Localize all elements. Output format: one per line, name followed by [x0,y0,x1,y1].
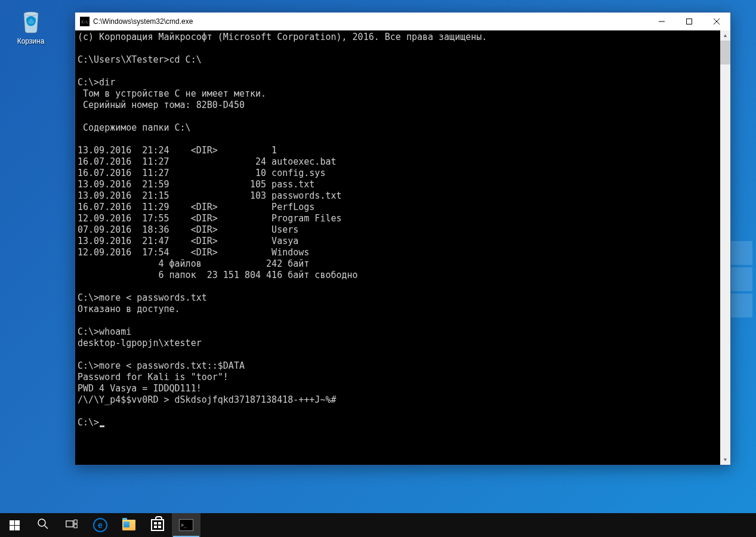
svg-line-7 [45,526,48,529]
vertical-scrollbar[interactable]: ▲ ▼ [720,30,730,465]
svg-rect-8 [66,521,73,527]
taskbar: e [0,513,756,537]
scroll-thumb[interactable] [720,41,730,64]
file-explorer-icon [122,520,135,530]
svg-rect-10 [74,524,77,528]
svg-point-0 [24,12,38,16]
scroll-up-arrow[interactable]: ▲ [720,30,730,41]
start-button[interactable] [0,513,29,537]
cmd-terminal-output[interactable]: (с) Корпорация Майкрософт (Microsoft Cor… [75,30,720,465]
edge-icon: e [93,518,107,532]
search-button[interactable] [29,513,57,537]
cmd-taskbar-button[interactable] [172,513,200,537]
window-title-bar[interactable]: C:\Windows\system32\cmd.exe [75,13,730,30]
search-icon [37,518,49,532]
svg-point-6 [38,519,45,526]
task-view-icon [66,518,78,532]
scroll-down-arrow[interactable]: ▼ [720,455,730,465]
cmd-body: (с) Корпорация Майкрософт (Microsoft Cor… [75,30,730,465]
microsoft-store-button[interactable] [143,513,172,537]
file-explorer-button[interactable] [115,513,143,537]
recycle-bin-label: Корзина [8,37,53,45]
store-icon [151,519,164,531]
cmd-icon [179,519,193,531]
close-button[interactable] [703,13,730,30]
recycle-bin-icon [16,6,46,36]
window-title: C:\Windows\system32\cmd.exe [93,17,648,26]
maximize-button[interactable] [675,13,703,30]
window-controls [648,13,730,30]
recycle-bin-desktop-icon[interactable]: Корзина [8,6,53,45]
task-view-button[interactable] [57,513,86,537]
windows-start-icon [10,520,20,530]
svg-rect-9 [74,520,77,523]
edge-browser-button[interactable]: e [86,513,115,537]
cmd-window: C:\Windows\system32\cmd.exe (с) Корпорац… [75,12,731,465]
cmd-titlebar-icon [80,17,90,26]
scroll-track[interactable] [720,41,730,455]
minimize-button[interactable] [648,13,675,30]
svg-rect-3 [687,19,692,24]
